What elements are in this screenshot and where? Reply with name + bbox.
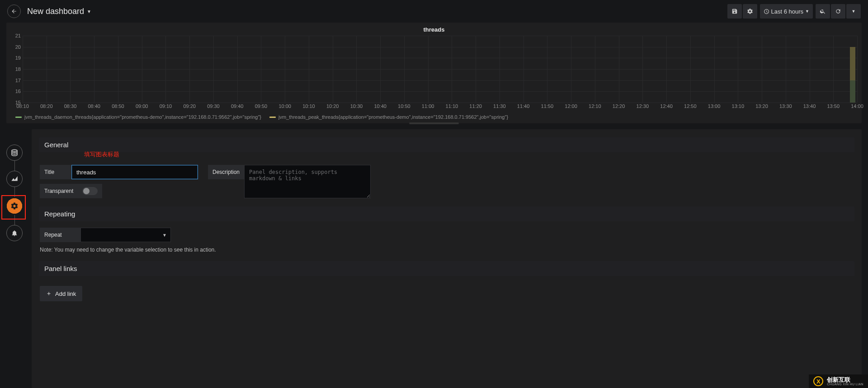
- x-tick: 08:30: [64, 103, 77, 109]
- tab-visualization[interactable]: [6, 171, 23, 187]
- y-tick: 17: [15, 78, 21, 83]
- chart-icon: [10, 175, 19, 183]
- save-dashboard-button[interactable]: [727, 4, 742, 19]
- x-tick: 10:30: [350, 103, 363, 109]
- x-axis: 08:1008:2008:3008:4008:5009:0009:1009:20…: [23, 103, 857, 112]
- y-tick: 18: [15, 66, 21, 72]
- legend-item[interactable]: jvm_threads_daemon_threads{application="…: [15, 114, 261, 120]
- refresh-interval-dropdown[interactable]: ▼: [846, 4, 861, 19]
- top-bar: New dashboard ▼ Last 6 hours ▼ ▼: [0, 0, 868, 23]
- time-range-picker[interactable]: Last 6 hours ▼: [760, 4, 813, 19]
- transparent-toggle[interactable]: [82, 187, 98, 195]
- refresh-icon: [835, 8, 841, 14]
- repeat-note: Note: You may need to change the variabl…: [40, 247, 854, 253]
- repeat-select[interactable]: ▼: [80, 228, 171, 242]
- top-right-controls: Last 6 hours ▼ ▼: [727, 4, 861, 19]
- watermark-logo: X: [813, 376, 823, 386]
- x-tick: 10:20: [326, 103, 339, 109]
- x-tick: 09:50: [255, 103, 268, 109]
- gear-icon: [10, 202, 19, 210]
- x-tick: 08:50: [112, 103, 124, 109]
- x-tick: 10:50: [398, 103, 410, 109]
- x-tick: 12:00: [565, 103, 577, 109]
- zoom-out-button[interactable]: [816, 4, 830, 19]
- y-axis: 15161718192021: [11, 36, 22, 103]
- legend-label: jvm_threads_daemon_threads{application="…: [24, 114, 261, 120]
- x-tick: 13:00: [708, 103, 721, 109]
- save-icon: [731, 8, 738, 14]
- add-link-button[interactable]: Add link: [40, 286, 82, 301]
- x-tick: 14:00: [851, 103, 863, 109]
- x-tick: 11:10: [446, 103, 458, 109]
- x-tick: 10:00: [278, 103, 291, 109]
- chart-legend: jvm_threads_daemon_threads{application="…: [11, 112, 857, 120]
- legend-swatch: [15, 117, 22, 118]
- tab-queries[interactable]: [6, 145, 23, 161]
- refresh-button[interactable]: [831, 4, 845, 19]
- x-tick: 11:50: [541, 103, 554, 109]
- section-panel-links: Panel links Add link: [39, 261, 854, 303]
- caret-down-icon: ▼: [852, 9, 856, 14]
- repeat-label: Repeat: [40, 228, 80, 242]
- tab-alert[interactable]: [6, 225, 23, 241]
- section-heading-panel-links: Panel links: [39, 261, 854, 276]
- description-textarea[interactable]: [244, 165, 371, 198]
- x-tick: 10:10: [302, 103, 315, 109]
- database-icon: [10, 149, 19, 157]
- legend-swatch: [269, 117, 276, 118]
- add-link-label: Add link: [55, 290, 76, 297]
- x-tick: 09:00: [136, 103, 148, 109]
- gear-icon: [747, 8, 753, 14]
- watermark: X 创新互联 CHUANG XIN HU LIAN: [809, 374, 868, 388]
- scroll-hint: [409, 122, 459, 124]
- x-tick: 08:20: [40, 103, 53, 109]
- section-heading-repeating: Repeating: [39, 206, 854, 221]
- x-tick: 13:10: [732, 103, 745, 109]
- title-input[interactable]: [71, 165, 198, 179]
- x-tick: 09:40: [231, 103, 244, 109]
- plus-icon: [46, 291, 52, 296]
- plot-grid: [23, 36, 857, 103]
- bell-icon: [11, 229, 18, 237]
- x-tick: 12:40: [660, 103, 673, 109]
- y-tick: 16: [15, 89, 21, 94]
- x-tick: 09:10: [160, 103, 172, 109]
- chart-plot-area[interactable]: 15161718192021 08:1008:2008:3008:4008:50…: [11, 36, 857, 112]
- watermark-cn: 创新互联: [827, 377, 863, 383]
- caret-down-icon: ▼: [162, 233, 167, 238]
- tab-general-settings[interactable]: [5, 197, 24, 215]
- dashboard-settings-button[interactable]: [743, 4, 757, 19]
- x-tick: 11:30: [493, 103, 506, 109]
- chart-panel: threads 15161718192021 08:1008:2008:3008…: [6, 23, 862, 123]
- section-repeating: Repeating Repeat ▼ Note: You may need to…: [39, 206, 854, 255]
- back-button[interactable]: [7, 5, 21, 18]
- panel-editor-side-rail: [5, 145, 24, 241]
- x-tick: 10:40: [374, 103, 387, 109]
- x-tick: 13:50: [827, 103, 840, 109]
- x-tick: 13:20: [755, 103, 768, 109]
- title-label: Title: [40, 165, 71, 179]
- annotation-label: 填写图表标题: [84, 150, 119, 159]
- caret-down-icon: ▼: [87, 9, 91, 14]
- x-tick: 13:30: [779, 103, 792, 109]
- transparent-label: Transparent: [40, 184, 78, 198]
- x-tick: 12:10: [589, 103, 601, 109]
- x-tick: 12:50: [684, 103, 697, 109]
- x-tick: 11:20: [469, 103, 482, 109]
- chart-title: threads: [11, 25, 857, 36]
- x-tick: 11:00: [422, 103, 434, 109]
- panel-editor-body: General 填写图表标题 Title Transparent: [32, 129, 862, 388]
- x-tick: 11:40: [517, 103, 530, 109]
- dashboard-title-dropdown[interactable]: New dashboard ▼: [27, 7, 91, 16]
- x-tick: 13:40: [803, 103, 816, 109]
- legend-label: jvm_threads_peak_threads{application="pr…: [278, 114, 508, 120]
- zoom-out-icon: [820, 8, 826, 14]
- clock-icon: [764, 9, 769, 14]
- x-tick: 09:30: [207, 103, 220, 109]
- description-label: Description: [208, 165, 244, 179]
- y-tick: 21: [15, 33, 21, 38]
- x-tick: 09:20: [183, 103, 196, 109]
- caret-down-icon: ▼: [805, 9, 809, 14]
- x-tick: 12:20: [613, 103, 625, 109]
- legend-item[interactable]: jvm_threads_peak_threads{application="pr…: [269, 114, 508, 120]
